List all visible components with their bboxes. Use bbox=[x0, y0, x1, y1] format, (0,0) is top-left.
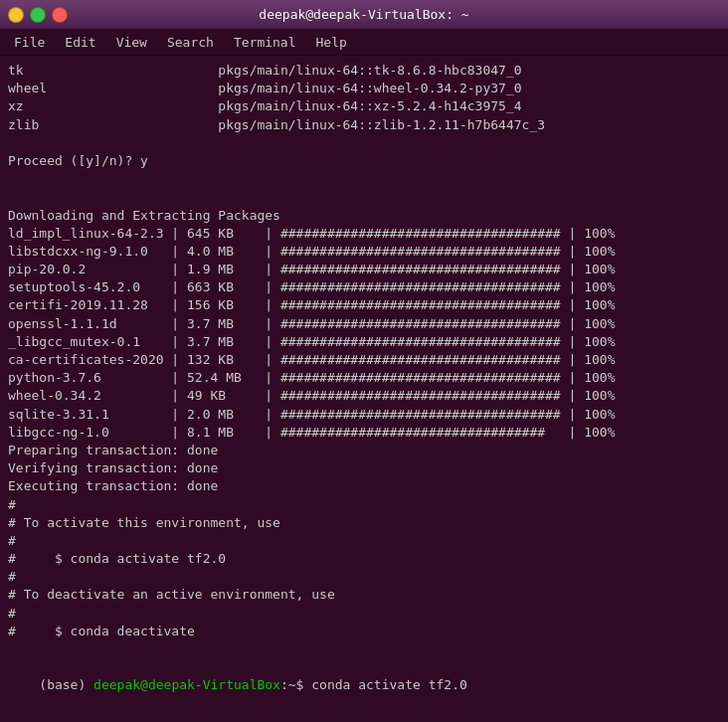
terminal-line: # $ conda deactivate bbox=[8, 623, 720, 640]
menu-search[interactable]: Search bbox=[159, 33, 222, 52]
terminal-line: Executing transaction: done bbox=[8, 477, 720, 495]
terminal-line: libstdcxx-ng-9.1.0 | 4.0 MB | ##########… bbox=[8, 243, 720, 261]
terminal-line: Proceed ([y]/n)? y bbox=[8, 152, 720, 170]
terminal-line: setuptools-45.2.0 | 663 KB | ###########… bbox=[8, 278, 720, 296]
terminal-line: libgcc-ng-1.0 | 8.1 MB | ###############… bbox=[8, 424, 720, 442]
terminal-line: openssl-1.1.1d | 3.7 MB | ##############… bbox=[8, 315, 720, 333]
terminal-output[interactable]: tk pkgs/main/linux-64::tk-8.6.8-hbc83047… bbox=[0, 56, 728, 722]
menu-view[interactable]: View bbox=[108, 33, 155, 52]
terminal-line: tk pkgs/main/linux-64::tk-8.6.8-hbc83047… bbox=[8, 62, 720, 80]
terminal-line bbox=[8, 170, 720, 188]
terminal-line: Preparing transaction: done bbox=[8, 442, 720, 459]
terminal-line: _libgcc_mutex-0.1 | 3.7 MB | ###########… bbox=[8, 333, 720, 351]
terminal-line: # To activate this environment, use bbox=[8, 514, 720, 532]
maximize-button[interactable] bbox=[30, 7, 46, 23]
close-button[interactable] bbox=[52, 7, 68, 23]
terminal-line: ld_impl_linux-64-2.3 | 645 KB | ########… bbox=[8, 225, 720, 243]
window-controls bbox=[8, 7, 68, 23]
terminal-prompt-base: (base) deepak@deepak-VirtualBox:~$ conda… bbox=[8, 658, 720, 713]
window-title: deepak@deepak-VirtualBox: ~ bbox=[68, 7, 660, 22]
terminal-line: wheel pkgs/main/linux-64::wheel-0.34.2-p… bbox=[8, 80, 720, 97]
terminal-line: zlib pkgs/main/linux-64::zlib-1.2.11-h7b… bbox=[8, 116, 720, 134]
menu-file[interactable]: File bbox=[6, 33, 53, 52]
terminal-line: # bbox=[8, 568, 720, 586]
terminal-line: Downloading and Extracting Packages bbox=[8, 207, 720, 225]
terminal-line: xz pkgs/main/linux-64::xz-5.2.4-h14c3975… bbox=[8, 97, 720, 115]
prompt-user-base: deepak@deepak-VirtualBox bbox=[93, 677, 280, 692]
menu-edit[interactable]: Edit bbox=[57, 33, 103, 52]
terminal-line: certifi-2019.11.28 | 156 KB | ##########… bbox=[8, 296, 720, 314]
title-bar: deepak@deepak-VirtualBox: ~ bbox=[0, 0, 728, 30]
terminal-line bbox=[8, 134, 720, 152]
terminal-line bbox=[8, 640, 720, 658]
terminal-line: Verifying transaction: done bbox=[8, 459, 720, 477]
minimize-button[interactable] bbox=[8, 7, 24, 23]
terminal-line: # bbox=[8, 532, 720, 550]
terminal-line: wheel-0.34.2 | 49 KB | #################… bbox=[8, 387, 720, 405]
terminal-prompt-tf: (tf2.0) deepak@deepak-VirtualBox:~$ bbox=[8, 713, 720, 722]
terminal-line: # bbox=[8, 605, 720, 623]
terminal-line: # $ conda activate tf2.0 bbox=[8, 550, 720, 568]
terminal-line: sqlite-3.31.1 | 2.0 MB | ###############… bbox=[8, 406, 720, 424]
terminal-line: python-3.7.6 | 52.4 MB | ###############… bbox=[8, 369, 720, 387]
menu-bar: File Edit View Search Terminal Help bbox=[0, 30, 728, 56]
terminal-line: ca-certificates-2020 | 132 KB | ########… bbox=[8, 351, 720, 369]
menu-terminal[interactable]: Terminal bbox=[226, 33, 304, 52]
terminal-line: pip-20.0.2 | 1.9 MB | ##################… bbox=[8, 261, 720, 278]
terminal-line: # bbox=[8, 496, 720, 514]
terminal-line bbox=[8, 188, 720, 206]
menu-help[interactable]: Help bbox=[308, 33, 355, 52]
terminal-line: # To deactivate an active environment, u… bbox=[8, 586, 720, 604]
